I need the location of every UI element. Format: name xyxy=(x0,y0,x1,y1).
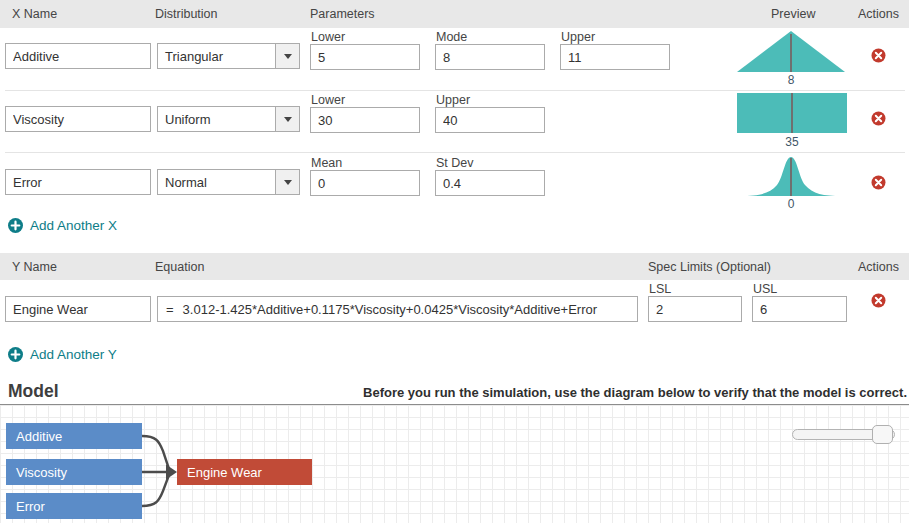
triangular-distribution-preview xyxy=(737,31,845,76)
model-section-title: Model xyxy=(8,381,59,402)
lsl-input[interactable] xyxy=(648,296,742,322)
actions-header: Actions xyxy=(858,0,899,28)
delete-row-icon[interactable] xyxy=(871,175,886,190)
add-another-y-label: Add Another Y xyxy=(30,347,117,362)
distribution-select[interactable]: Uniform xyxy=(157,106,300,132)
distribution-select[interactable]: Triangular xyxy=(157,43,300,69)
add-another-y-button[interactable]: Add Another Y xyxy=(8,347,117,362)
preview-mean-value: 35 xyxy=(737,135,847,149)
normal-distribution-preview xyxy=(740,154,842,201)
usl-input[interactable] xyxy=(752,296,847,322)
add-another-x-button[interactable]: Add Another X xyxy=(8,218,117,233)
x-name-input[interactable] xyxy=(5,169,151,195)
lsl-label: LSL xyxy=(649,282,671,296)
distribution-select[interactable]: Normal xyxy=(157,169,300,195)
y-name-header: Y Name xyxy=(12,253,57,280)
parameters-header: Parameters xyxy=(310,0,375,28)
chevron-down-icon[interactable] xyxy=(275,44,299,68)
param-label: Lower xyxy=(311,30,345,44)
param-input[interactable] xyxy=(310,107,420,133)
param-input[interactable] xyxy=(310,44,420,70)
row-separator xyxy=(5,152,905,153)
plus-circle-icon xyxy=(8,218,23,233)
param-label: Upper xyxy=(561,30,595,44)
add-another-x-label: Add Another X xyxy=(30,218,117,233)
x-name-header: X Name xyxy=(12,0,57,28)
distribution-selected-value: Normal xyxy=(158,175,275,190)
param-input[interactable] xyxy=(310,170,420,196)
preview-mode-value: 8 xyxy=(737,73,845,87)
distribution-selected-value: Triangular xyxy=(158,49,275,64)
model-node-viscosity[interactable]: Viscosity xyxy=(6,459,142,485)
x-table-header: X Name Distribution Parameters Preview A… xyxy=(0,0,909,28)
equation-input[interactable]: = 3.012-1.425*Additive+0.1175*Viscosity+… xyxy=(157,296,638,322)
preview-mean-value: 0 xyxy=(740,197,842,211)
distribution-header: Distribution xyxy=(155,0,218,28)
param-input[interactable] xyxy=(560,44,670,70)
simulation-setup-page: X Name Distribution Parameters Preview A… xyxy=(0,0,909,523)
equals-sign: = xyxy=(166,302,174,317)
y-name-input[interactable] xyxy=(5,296,151,322)
usl-label: USL xyxy=(753,282,777,296)
param-label: Lower xyxy=(311,93,345,107)
model-instruction-text: Before you run the simulation, use the d… xyxy=(363,385,907,400)
diagram-zoom-slider-handle[interactable] xyxy=(872,425,893,444)
model-node-engine-wear[interactable]: Engine Wear xyxy=(177,459,312,485)
x-name-input[interactable] xyxy=(5,106,151,132)
equation-header: Equation xyxy=(155,253,204,280)
model-node-additive[interactable]: Additive xyxy=(6,423,142,449)
x-name-input[interactable] xyxy=(5,43,151,69)
distribution-selected-value: Uniform xyxy=(158,112,275,127)
delete-row-icon[interactable] xyxy=(871,293,886,308)
y-table-header: Y Name Equation Spec Limits (Optional) A… xyxy=(0,253,909,280)
preview-header: Preview xyxy=(771,0,815,28)
param-label: Upper xyxy=(436,93,470,107)
param-input[interactable] xyxy=(435,170,545,196)
delete-row-icon[interactable] xyxy=(871,111,886,126)
equation-text: 3.012-1.425*Additive+0.1175*Viscosity+0.… xyxy=(183,302,597,317)
param-label: St Dev xyxy=(436,156,474,170)
param-label: Mode xyxy=(436,30,467,44)
param-input[interactable] xyxy=(435,44,545,70)
spec-limits-header: Spec Limits (Optional) xyxy=(648,253,771,280)
actions-header: Actions xyxy=(858,253,899,280)
row-separator xyxy=(5,90,905,91)
uniform-distribution-preview xyxy=(737,93,847,137)
plus-circle-icon xyxy=(8,347,23,362)
chevron-down-icon[interactable] xyxy=(275,107,299,131)
chevron-down-icon[interactable] xyxy=(275,170,299,194)
delete-row-icon[interactable] xyxy=(871,48,886,63)
model-node-error[interactable]: Error xyxy=(6,493,142,519)
param-label: Mean xyxy=(311,156,342,170)
param-input[interactable] xyxy=(435,107,545,133)
